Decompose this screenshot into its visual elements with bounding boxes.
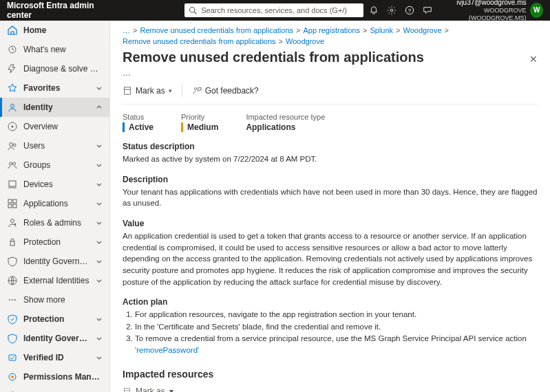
svg-point-20 [14,224,16,225]
roles-icon [7,217,18,228]
breadcrumb-link[interactable]: Remove unused credentials from applicati… [140,26,293,34]
id-icon [7,102,18,113]
action-plan-heading: Action plan [123,297,538,307]
divider [182,85,182,97]
mark-as-dropdown[interactable]: Mark as ▾ [123,86,172,96]
svg-point-11 [10,162,12,165]
sidebar-item-label: Users [23,141,90,151]
chevron-down-icon [96,85,103,91]
sidebar-item-label: Roles & admins [23,218,90,228]
breadcrumb-link[interactable]: Woodgrove [403,26,442,34]
breadcrumb-separator: > [363,26,367,34]
sidebar-item-roles-admins[interactable]: Roles & admins [0,213,109,232]
user-email: ivju37@woodgrove.ms [441,0,526,7]
breadcrumb-link[interactable]: App registrations [303,26,360,34]
breadcrumb-separator: > [396,26,400,34]
user-menu[interactable]: ivju37@woodgrove.ms WOODGROVE (WOODGROVE… [441,0,543,22]
top-icons: ? ivju37@woodgrove.ms WOODGROVE (WOODGRO… [369,0,543,22]
avatar: W [530,3,543,18]
chevron-down-icon [96,142,103,149]
svg-text:?: ? [408,8,412,14]
global-search[interactable]: Search resources, services, and docs (G+… [184,3,363,17]
close-icon[interactable]: ✕ [529,54,538,65]
sidebar-item-identity-governance[interactable]: Identity Governance [0,329,109,348]
verified-icon [7,352,18,363]
help-icon[interactable]: ? [405,6,414,15]
svg-point-12 [13,162,16,165]
gov-icon [7,256,18,267]
resource-type-label: Impacted resource type [246,113,325,121]
sidebar-item-what-s-new[interactable]: What's new [0,40,109,59]
sidebar-item-overview[interactable]: Overview [0,117,109,136]
breadcrumb-separator: > [445,26,449,34]
svg-rect-15 [8,199,12,203]
sidebar-item-label: Overview [23,122,103,131]
resource-type-value: Applications [246,122,325,132]
sidebar-item-protection[interactable]: Protection [0,309,109,329]
chevron-down-icon [96,277,103,284]
sidebar-item-label: Verified ID [23,353,90,362]
notifications-icon[interactable] [369,6,379,15]
sidebar-item-label: Groups [23,160,90,170]
breadcrumb-link[interactable]: Remove unused credentials from applicati… [123,37,276,45]
settings-icon[interactable] [387,6,396,15]
chevron-down-icon [96,239,103,246]
resources-mark-as[interactable]: Mark as ▾ [123,386,538,392]
sidebar-item-label: Permissions Management [23,372,103,382]
svg-rect-13 [9,181,16,186]
sidebar-item-protection[interactable]: Protection [0,232,109,252]
star-icon [7,83,18,94]
sidebar-item-label: Home [23,25,103,35]
sidebar-item-label: Applications [23,199,90,208]
sidebar-item-verified-id[interactable]: Verified ID [0,348,109,367]
breadcrumb-link[interactable]: Woodgrove [286,37,324,45]
svg-point-32 [194,88,197,91]
svg-point-2 [390,9,393,12]
sidebar-item-applications[interactable]: Applications [0,194,109,213]
svg-point-6 [11,105,14,108]
sidebar-item-label: Devices [23,179,90,189]
sidebar-item-label: External Identities [23,276,90,285]
feedback-button[interactable]: Got feedback? [192,86,259,96]
description: Your tenant has applications with creden… [123,186,538,209]
sidebar-item-external-identities[interactable]: External Identities [0,271,109,290]
sidebar-item-diagnose-solve-problems[interactable]: Diagnose & solve problems [0,59,109,78]
breadcrumb-link[interactable]: … [123,26,130,34]
svg-point-0 [190,8,195,13]
sidebar-item-users[interactable]: Users [0,136,109,155]
main-content: …>Remove unused credentials from applica… [110,21,550,392]
chevron-down-icon [96,354,103,361]
sidebar-item-show-more[interactable]: Show more [0,290,109,309]
breadcrumb-link[interactable]: Splunk [370,26,393,34]
svg-rect-30 [125,87,131,95]
sidebar-item-permissions-management[interactable]: Permissions Management [0,367,109,386]
action-plan-list: For application resources, navigate to t… [123,309,538,356]
status-indicator [123,122,125,132]
sidebar-item-devices[interactable]: Devices [0,175,109,194]
top-bar: Microsoft Entra admin center Search reso… [0,0,550,21]
sidebar-item-global-secure-access[interactable]: Global Secure Access [0,386,109,392]
sidebar-item-groups[interactable]: Groups [0,155,109,175]
remove-password-link[interactable]: 'removePassword' [135,346,199,354]
svg-rect-18 [13,204,17,208]
sidebar-item-identity-governance[interactable]: Identity Governance [0,252,109,271]
ext-icon [7,275,18,286]
svg-point-24 [12,299,13,301]
priority-value: Medium [187,122,218,132]
action-plan-item: For application resources, navigate to t… [135,309,538,320]
groups-icon [7,160,18,171]
sidebar-item-home[interactable]: Home [0,21,109,40]
chevron-down-icon [96,162,103,168]
sidebar-item-label: Identity [23,102,90,112]
priority-label: Priority [181,113,218,121]
feedback-icon[interactable] [423,6,432,15]
status-value: Active [129,122,154,132]
tag-icon [123,86,132,96]
value-heading: Value [123,219,538,228]
page-title: Remove unused credentials from applicati… [123,50,424,65]
perms-icon [7,371,18,382]
svg-line-1 [194,12,196,14]
sidebar-item-favorites[interactable]: Favorites [0,78,109,98]
sidebar-item-identity[interactable]: Identity [0,98,109,117]
status-desc-heading: Status description [123,142,538,151]
